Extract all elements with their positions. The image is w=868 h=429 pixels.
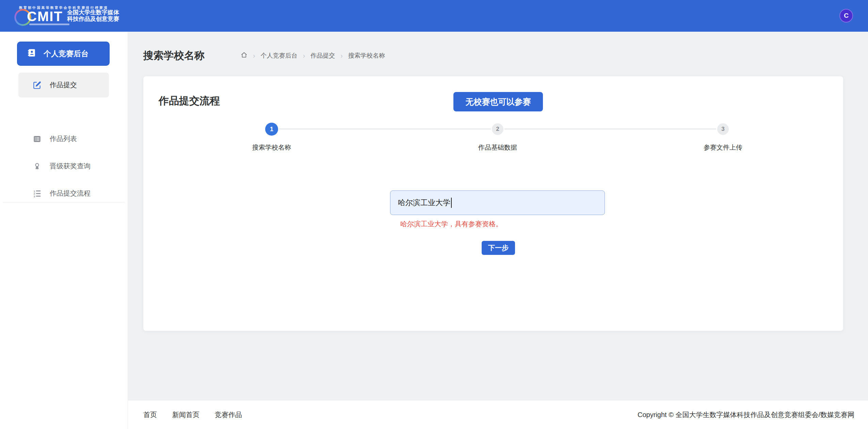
step-connector <box>504 128 716 129</box>
sidebar-item-work-list[interactable]: 作品列表 <box>18 126 109 151</box>
sidebar: 个人竞赛后台 作品提交 作品列表 晋级获奖查询 <box>0 32 128 429</box>
sidebar-item-work-submit[interactable]: 作品提交 <box>18 73 109 97</box>
school-search-input[interactable]: 哈尔滨工业大学 <box>390 190 605 215</box>
breadcrumb-item-submit[interactable]: 作品提交 <box>310 51 335 60</box>
breadcrumb: › 个人竞赛后台 › 作品提交 › 搜索学校名称 <box>241 48 385 63</box>
step-circle-3: 3 <box>717 123 729 135</box>
edit-icon <box>33 81 42 90</box>
chevron-right-icon: › <box>340 52 343 59</box>
footer-link-works[interactable]: 竞赛作品 <box>215 410 242 419</box>
contact-card-icon <box>27 48 36 59</box>
personal-backend-button[interactable]: 个人竞赛后台 <box>17 42 110 66</box>
sidebar-item-label: 作品列表 <box>50 134 77 143</box>
page-header-row: 搜索学校名称 › 个人竞赛后台 › 作品提交 › 搜索学校名称 <box>128 48 868 63</box>
copyright-text: Copyright © 全国大学生数字媒体科技作品及创意竞赛组委会/数媒竞赛网 <box>638 410 854 419</box>
sidebar-item-label: 晋级获奖查询 <box>50 162 91 171</box>
top-header: 教育部中国高等教育学会学科竞赛排行榜赛项 CMIT 全国大学生数字媒体科技作品及… <box>0 0 868 32</box>
card-title: 作品提交流程 <box>159 94 220 108</box>
step-label-3: 参赛文件上传 <box>672 143 774 152</box>
logo-subtext-decoration <box>29 24 69 25</box>
avatar-letter: C <box>844 12 849 19</box>
medal-icon <box>33 162 42 171</box>
breadcrumb-item-current: 搜索学校名称 <box>348 51 385 60</box>
sidebar-item-label: 作品提交流程 <box>50 189 91 198</box>
step-circle-2: 2 <box>492 123 503 135</box>
footer-link-home[interactable]: 首页 <box>143 410 157 419</box>
main-content: 搜索学校名称 › 个人竞赛后台 › 作品提交 › 搜索学校名称 作品提交流程 无… <box>128 32 868 429</box>
personal-backend-label: 个人竞赛后台 <box>44 49 89 59</box>
eligibility-message: 哈尔滨工业大学，具有参赛资格。 <box>400 219 502 229</box>
logo-title: 全国大学生数字媒体科技作品及创意竞赛 <box>67 9 119 22</box>
submission-process-card: 作品提交流程 无校赛也可以参赛 1 2 3 搜索学校名称 作品基础数据 参赛文件… <box>143 76 843 331</box>
logo-title-line1: 全国大学生数字媒体 <box>67 9 119 16</box>
breadcrumb-item-backend[interactable]: 个人竞赛后台 <box>261 51 298 60</box>
step-connector <box>279 128 491 129</box>
page-footer: 首页 新闻首页 竞赛作品 Copyright © 全国大学生数字媒体科技作品及创… <box>128 400 868 429</box>
chevron-right-icon: › <box>253 52 255 59</box>
footer-link-news[interactable]: 新闻首页 <box>172 410 199 419</box>
sidebar-divider <box>3 202 125 202</box>
chevron-right-icon: › <box>303 52 305 59</box>
svg-text:3: 3 <box>34 195 35 198</box>
no-school-contest-button[interactable]: 无校赛也可以参赛 <box>453 92 543 111</box>
sidebar-item-label: 作品提交 <box>50 80 77 90</box>
next-step-button[interactable]: 下一步 <box>482 241 515 255</box>
step-circle-1: 1 <box>265 123 278 136</box>
logo-title-line2: 科技作品及创意竞赛 <box>67 16 119 22</box>
step-label-2: 作品基础数据 <box>447 143 549 152</box>
list-icon <box>33 135 42 143</box>
home-icon[interactable] <box>241 51 247 60</box>
text-caret <box>451 198 452 208</box>
school-search-value: 哈尔滨工业大学 <box>398 198 450 208</box>
sidebar-item-award-query[interactable]: 晋级获奖查询 <box>18 154 109 179</box>
page-title: 搜索学校名称 <box>143 48 205 63</box>
competition-logo[interactable]: 教育部中国高等教育学会学科竞赛排行榜赛项 CMIT 全国大学生数字媒体科技作品及… <box>10 2 119 30</box>
logo-acronym: CMIT <box>27 10 63 23</box>
step-label-1: 搜索学校名称 <box>221 143 323 152</box>
user-avatar[interactable]: C <box>839 9 853 22</box>
footer-links: 首页 新闻首页 竞赛作品 <box>143 410 242 419</box>
ordered-list-icon: 1 2 3 <box>33 189 42 198</box>
